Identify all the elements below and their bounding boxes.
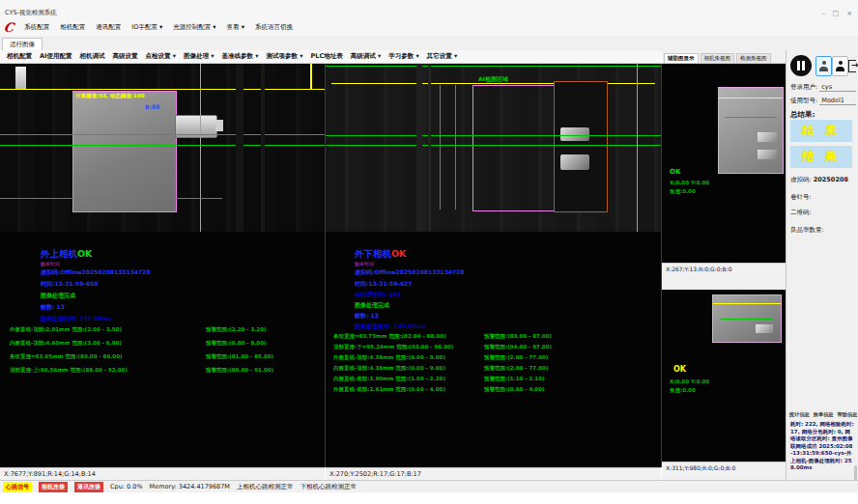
minimize-icon[interactable]: – <box>822 10 826 17</box>
toolbar-item-baseline-params[interactable]: 基准线参数 ▾ <box>222 52 259 61</box>
camera-image-upper[interactable]: 计算阈值:93, 动态阈值:100 B:88 <box>0 64 325 232</box>
crosshair-line-cyan <box>637 64 638 232</box>
menu-bar: C 系统配置 相机配置 通讯配置 IO手配置 ▾ 光源控制配置 ▾ 查看 ▾ 系… <box>0 19 858 36</box>
aux-view-tabs: 辅助图显示 相机角视图 检测角视图 <box>662 50 786 64</box>
window-titlebar[interactable]: CYS-视觉检测系统 – □ × <box>0 0 858 20</box>
pixel-readout-lower: X:270;Y:2502;R:17;G:17;B:17 <box>326 467 661 480</box>
toolbar-item-ai-usage[interactable]: AI使用配置 <box>40 52 72 61</box>
laser-line-horizontal <box>713 303 781 304</box>
roi-rect-orange <box>554 81 608 212</box>
toolbar-item-other-settings[interactable]: 其它设置 ▾ <box>427 52 458 61</box>
status-bar: 心跳信号 相机连接 通讯连接 Cpu: 0.0% Memory: 3424.41… <box>0 480 858 492</box>
threshold-label: 计算阈值:93, 动态阈值:100 <box>75 93 145 99</box>
app-logo-icon: C <box>3 21 14 34</box>
menu-item-language-switch[interactable]: 系统语言切换 <box>255 23 293 32</box>
info-tab-efficiency[interactable]: 效率信息 <box>814 411 834 418</box>
toolbar-item-image-processing[interactable]: 图像处理 ▾ <box>184 52 214 61</box>
model-label: 使用型号: <box>790 97 817 104</box>
toolbar-item-spot-check[interactable]: 点检设置 ▾ <box>145 52 176 61</box>
menu-item-comm-config[interactable]: 通讯配置 <box>96 23 121 32</box>
trigger-time-label: 触发时间 <box>355 261 374 266</box>
metal-part <box>758 132 777 142</box>
camera-view-upper[interactable]: 计算阈值:93, 动态阈值:100 B:88 外上相机OK 触发时间 虚拟码:O… <box>0 64 326 467</box>
menu-item-view[interactable]: 查看 ▾ <box>227 23 244 32</box>
login-user-value: cys <box>819 83 856 92</box>
barcode-line: 虚拟码:Offline20250208133134728 <box>355 268 465 277</box>
menu-item-camera-config[interactable]: 相机配置 <box>60 23 85 32</box>
tab-run-image[interactable]: 运行图像 <box>2 38 43 50</box>
app-window: CYS-视觉检测系统 – □ × C 系统配置 相机配置 通讯配置 IO手配置 … <box>0 0 858 504</box>
measure-line-green <box>725 117 777 118</box>
pixel-readout-aux-1: X:267;Y:13;R:0;G:0;B:0 <box>662 263 786 274</box>
model-value: Model1 <box>819 97 856 105</box>
logout-arrow-icon: → <box>851 60 858 70</box>
pause-button[interactable] <box>790 55 812 76</box>
measurement-row: 顶部宽度-上:90.56mm 范围:(88.00 - 92.00) <box>10 367 128 374</box>
close-icon[interactable]: × <box>846 10 852 17</box>
laser-line-horizontal <box>0 89 325 90</box>
maximize-icon[interactable]: □ <box>832 10 839 17</box>
frame-count-line: 帧数: 13 <box>355 312 379 321</box>
rv-tab-aux-display[interactable]: 辅助图显示 <box>664 53 699 63</box>
measure-line-green <box>0 198 222 199</box>
yield-count-row: 良品率数量: <box>790 226 824 235</box>
reel-number-row: 卷针号: <box>790 193 812 202</box>
pixel-readout-aux-2: X:311;Y:980;R:0;G:0;B:0 <box>662 462 786 473</box>
camera-result-title: 外上相机OK <box>41 248 92 261</box>
rv-tab-camera-angle[interactable]: 相机角视图 <box>701 53 735 63</box>
process-done-line: 图像处理完成 <box>355 301 389 310</box>
aux-view-1[interactable]: OK X:0.00 Y:0.00 角度:0.00 <box>662 64 786 263</box>
elapsed-line: 图像处理耗时: 256.00ms <box>41 315 111 323</box>
measure-line-green <box>721 319 773 320</box>
toolbar-item-advanced-debug[interactable]: 高级调试 ▾ <box>351 52 382 61</box>
reel-number-label: 卷针号: <box>790 193 812 201</box>
rv-tab-detect-angle[interactable]: 检测角视图 <box>736 53 771 63</box>
measure-line-green-vertical <box>455 85 456 210</box>
result-box-upper: 结 果 <box>790 120 852 142</box>
warning-range: 预警范围:(1.10 - 2.10) <box>484 376 544 382</box>
frame-count-line: 帧数: 13 <box>41 303 65 312</box>
measure-line-green <box>0 145 325 146</box>
logout-button[interactable]: → <box>846 56 858 74</box>
info-tab-help[interactable]: 帮助信息 <box>838 411 858 418</box>
toolbar-item-learning-params[interactable]: 学习参数 ▾ <box>388 52 419 61</box>
measurement-row: 内侧直线-顶部:4.60mm 范围:(3.00 - 6.00) <box>10 340 122 347</box>
barcode-line: 虚拟码:Offline20250208133134728 <box>41 268 151 277</box>
menu-item-system-config[interactable]: 系统配置 <box>24 23 49 32</box>
virtual-code-row: 虚拟码: 20250208 <box>790 176 848 184</box>
warning-range: 预警范围:(94.00 - 97.00) <box>484 344 552 350</box>
crosshair-line-cyan <box>200 64 201 232</box>
camera-name-label: 外下相机 <box>355 248 391 259</box>
aux-overlay-line: 角度:0.00 <box>670 188 696 195</box>
user-login-button[interactable] <box>815 56 832 76</box>
qr-code-label: 二维码: <box>790 209 812 216</box>
toolbar-item-plc-table[interactable]: PLC地址表 <box>311 52 343 61</box>
time-line: 时间:13-31-59-627 <box>355 280 412 289</box>
camera-image-lower[interactable]: AI检测区域 <box>326 64 661 232</box>
warning-range: 预警范围:(89.00 - 91.00) <box>206 367 273 374</box>
menu-item-light-config[interactable]: 光源控制配置 ▾ <box>173 23 215 32</box>
camera-view-lower[interactable]: AI检测区域 外下相机OK 触发时间 虚拟码:Offline2025020813… <box>326 64 662 467</box>
toolbar-item-camera-config[interactable]: 相机配置 <box>7 52 32 61</box>
user-dark-icon <box>836 61 844 71</box>
measure-line-green-vertical <box>440 85 441 210</box>
metal-part <box>560 127 589 141</box>
measurement-row: 顶部宽度-下=95.24mm 范围:(93.00 - 98.00) <box>333 344 453 350</box>
menu-item-io-config[interactable]: IO手配置 ▾ <box>131 23 162 32</box>
measurement-row: 内侧直线-顶部:4.38mm 范围:(0.00 - 9.00) <box>333 365 445 372</box>
measurement-row: 外侧直线-顶部:2.91mm 范围:(2.00 - 3.50) <box>10 326 122 333</box>
measurement-row: 外侧直线-底部:2.61mm 范围:(0.60 - 4.00) <box>333 386 445 393</box>
yield-count-label: 良品率数量: <box>790 226 824 234</box>
aux-view-2[interactable]: OK X:0.00 Y:0.00 角度:0.00 <box>662 290 786 462</box>
measurement-row: 外侧直线-顶部:4.38mm 范围:(0.00 - 9.00) <box>333 354 445 361</box>
measurement-row: 内侧直线-底部:1.90mm 范围:(1.00 - 2.20) <box>333 376 445 382</box>
info-tab-stats[interactable]: 统计信息 <box>789 411 810 418</box>
metal-part <box>758 150 777 159</box>
lower-camera-heartbeat-status: 下相机心跳检测正常 <box>300 483 357 491</box>
toolbar-item-camera-debug[interactable]: 相机调试 <box>79 52 104 61</box>
virtual-code-value: 20250208 <box>814 176 848 183</box>
toolbar-item-test-params[interactable]: 测试项参数 ▾ <box>267 52 303 61</box>
camera-name-label: 外上相机 <box>41 248 77 259</box>
texture-streak <box>428 64 431 232</box>
toolbar-item-advanced-settings[interactable]: 高级设置 <box>112 52 137 61</box>
